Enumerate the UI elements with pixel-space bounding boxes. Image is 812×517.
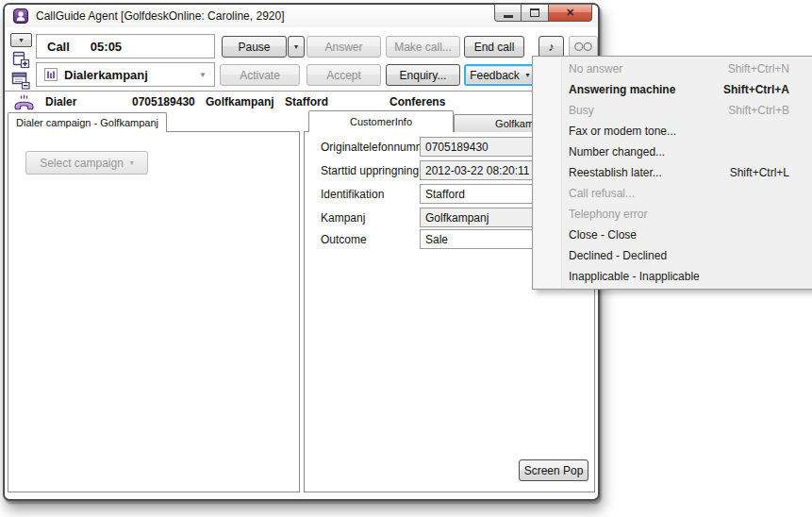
call-state-label: Call — [47, 40, 70, 54]
menu-item-inapplicable-inapplicable[interactable]: Inapplicable - Inapplicable — [533, 266, 812, 287]
menu-item-number-changed[interactable]: Number changed... — [533, 142, 812, 162]
dialer-campaign-panel: Select campaign ▾ — [8, 131, 300, 492]
select-campaign-button[interactable]: Select campaign ▾ — [25, 151, 148, 175]
answer-button-label: Answer — [324, 41, 362, 54]
chevron-down-icon: ▼ — [18, 37, 25, 43]
minimize-icon — [504, 15, 513, 18]
feedback-button-label: Feedback — [470, 69, 520, 82]
screen-pop-button-label: Screen Pop — [524, 464, 584, 477]
call-status-bar: Dialer 0705189430 Golfkampanj Stafford C… — [5, 92, 598, 113]
menu-item-close-close[interactable]: Close - Close — [533, 225, 812, 245]
menu-item-label: Answering machine — [569, 83, 675, 96]
status-phone-number: 0705189430 — [132, 95, 195, 108]
menu-item-busy[interactable]: Busy Shift+Ctrl+B — [533, 100, 812, 121]
menu-item-label: Busy — [569, 104, 594, 117]
new-interaction-window-icon[interactable] — [11, 50, 30, 69]
menu-item-label: Telephony error — [569, 208, 647, 221]
status-campaign: Golfkampanj — [206, 95, 274, 108]
feedback-menu: No answer Shift+Ctrl+N Answering machine… — [532, 56, 812, 290]
menu-item-label: No answer — [569, 62, 622, 75]
chevron-down-icon: ▼ — [199, 71, 207, 79]
menu-item-shortcut: Shift+Ctrl+A — [723, 83, 789, 96]
campaign-chart-icon — [44, 68, 58, 81]
chevron-down-icon: ▼ — [293, 43, 300, 50]
tab-dialer-campaign-label: Dialer campaign - Golfkampanj — [16, 117, 158, 128]
phone-icon — [13, 94, 35, 110]
menu-item-shortcut: Shift+Ctrl+N — [728, 62, 789, 75]
toolbar-dropdown-button[interactable]: ▼ — [10, 33, 32, 47]
menu-item-no-answer[interactable]: No answer Shift+Ctrl+N — [533, 58, 812, 79]
menu-item-label: Inapplicable - Inapplicable — [569, 270, 700, 283]
enquiry-button[interactable]: Enquiry... — [386, 64, 460, 86]
menu-item-fax-or-modem-tone[interactable]: Fax or modem tone... — [533, 121, 812, 142]
window-controls: ✕ — [494, 4, 592, 22]
app-icon-person — [13, 8, 28, 24]
tab-customer-info-label: CustomerInfo — [350, 116, 412, 127]
close-icon: ✕ — [566, 8, 574, 18]
field-label-starttid-uppringning: Starttid uppringning — [321, 164, 419, 177]
menu-item-label: Number changed... — [569, 145, 665, 158]
menu-item-declined-declined[interactable]: Declined - Declined — [533, 245, 812, 266]
pause-dropdown-button[interactable]: ▼ — [288, 36, 305, 58]
feedback-button[interactable]: Feedback ▼ — [464, 64, 537, 86]
app-window: CallGuide Agent [GolfdeskOnline: Carolin… — [3, 3, 600, 501]
field-label-kampanj: Kampanj — [321, 211, 365, 225]
menu-item-label: Call refusal... — [569, 187, 635, 200]
music-on-hold-button[interactable]: ♪ — [539, 36, 564, 58]
tab-dialer-campaign[interactable]: Dialer campaign - Golfkampanj — [8, 112, 167, 132]
maximize-button[interactable] — [522, 4, 549, 22]
maximize-icon — [530, 8, 539, 17]
call-timer-display: Call 05:05 — [36, 34, 215, 58]
status-identification: Stafford — [285, 95, 328, 108]
menu-item-shortcut: Shift+Ctrl+B — [728, 104, 789, 117]
status-conference: Conferens — [389, 95, 445, 108]
menu-item-shortcut: Shift+Ctrl+L — [730, 166, 789, 179]
pause-button[interactable]: Pause — [222, 36, 287, 58]
menu-item-label: Fax or modem tone... — [569, 125, 676, 138]
tab-customer-info[interactable]: CustomerInfo — [308, 110, 454, 132]
menu-item-call-refusal[interactable]: Call refusal... — [533, 183, 812, 204]
minimize-button[interactable] — [494, 4, 522, 22]
call-timer-value: 05:05 — [91, 40, 122, 54]
menu-item-label: Reestablish later... — [569, 166, 662, 179]
menu-item-label: Declined - Declined — [569, 249, 667, 262]
end-call-button-label: End call — [474, 41, 515, 54]
campaign-combobox[interactable]: Dialerkampanj ▼ — [36, 62, 215, 87]
recording-button[interactable] — [569, 36, 598, 58]
select-campaign-label: Select campaign — [40, 157, 124, 170]
close-button[interactable]: ✕ — [549, 4, 592, 22]
music-note-icon: ♪ — [548, 40, 555, 54]
window-title: CallGuide Agent [GolfdeskOnline: Carolin… — [36, 9, 285, 23]
voicemail-icon — [573, 41, 593, 53]
activate-button[interactable]: Activate — [220, 64, 300, 86]
accept-button-label: Accept — [326, 69, 361, 82]
field-label-originaltelefonnummer: Originaltelefonnummer — [321, 141, 435, 154]
chevron-down-icon: ▼ — [524, 72, 531, 78]
menu-item-answering-machine[interactable]: Answering machine Shift+Ctrl+A — [533, 79, 812, 100]
menu-item-reestablish-later[interactable]: Reestablish later... Shift+Ctrl+L — [533, 162, 812, 183]
accept-button[interactable]: Accept — [307, 64, 381, 86]
chevron-down-icon: ▾ — [130, 158, 134, 167]
field-label-identifikation: Identifikation — [321, 188, 384, 201]
menu-item-telephony-error[interactable]: Telephony error — [533, 204, 812, 225]
field-label-outcome: Outcome — [321, 233, 367, 246]
activate-button-label: Activate — [240, 69, 280, 82]
menu-item-label: Close - Close — [569, 228, 637, 242]
end-call-button[interactable]: End call — [464, 36, 524, 58]
toolbar: ▼ Call 05:05 Pause ▼ Answer — [5, 27, 598, 92]
status-call-type: Dialer — [45, 95, 76, 108]
answer-button[interactable]: Answer — [307, 36, 381, 58]
window-list-icon[interactable] — [11, 71, 30, 90]
make-call-button[interactable]: Make call... — [386, 36, 460, 58]
make-call-button-label: Make call... — [394, 41, 452, 54]
pause-button-label: Pause — [238, 41, 270, 54]
screen-pop-button[interactable]: Screen Pop — [519, 459, 588, 481]
campaign-combobox-value: Dialerkampanj — [64, 68, 148, 82]
enquiry-button-label: Enquiry... — [400, 69, 447, 82]
